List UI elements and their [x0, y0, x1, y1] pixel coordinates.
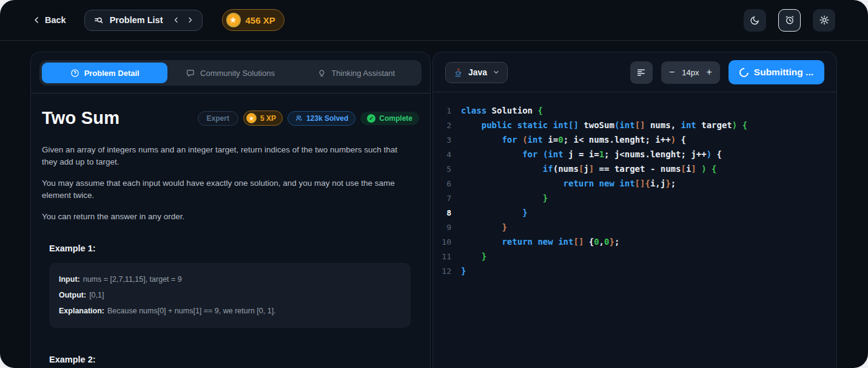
- line-number: 3: [433, 135, 461, 145]
- code-line[interactable]: 10 return new int[] {0,0};: [433, 234, 836, 249]
- xp-reward-badge: ★ 5 XP: [243, 111, 283, 126]
- code-text: for (int j = i=1; j<nums.lenght; j++) {: [461, 149, 722, 159]
- line-number: 12: [433, 267, 461, 276]
- search-list-icon: [93, 15, 104, 26]
- code-line[interactable]: 2 public static int[] twoSum(int[] nums,…: [433, 118, 836, 132]
- example-explanation-row: Explanation:Because nums[0] + nums[1] ==…: [59, 305, 401, 318]
- code-text: return new int[]{i,j};: [461, 179, 676, 188]
- example-1-section: Example 1: Input:nums = [2,7,11,15], tar…: [42, 244, 419, 328]
- format-code-button[interactable]: [630, 61, 653, 84]
- example-input-row: Input:nums = [2,7,11,15], target = 9: [59, 273, 401, 286]
- example-box: Input:nums = [2,7,11,15], target = 9 Out…: [49, 263, 411, 328]
- problem-panel: Problem Detail Community Solutions Think…: [30, 52, 431, 368]
- back-label: Back: [45, 15, 66, 25]
- font-size-value: 14px: [682, 68, 699, 77]
- line-number: 8: [433, 208, 461, 217]
- editor-toolbar: Java − 14px +: [433, 52, 836, 92]
- back-button[interactable]: Back: [33, 15, 66, 25]
- description-paragraph: Given an array of integers nums and an i…: [42, 144, 413, 168]
- line-number: 1: [433, 106, 461, 115]
- language-select[interactable]: Java: [445, 62, 508, 83]
- tab-problem-detail[interactable]: Problem Detail: [42, 63, 167, 83]
- code-line[interactable]: 5 if(nums[j] == target - nums[i] ) {: [433, 162, 836, 176]
- code-text: return new int[] {0,0};: [461, 237, 619, 247]
- difficulty-badge: Expert: [198, 111, 238, 126]
- next-problem-icon[interactable]: [186, 16, 193, 24]
- problem-description: Given an array of integers nums and an i…: [42, 144, 413, 223]
- description-paragraph: You can return the answer in any order.: [42, 211, 413, 223]
- code-line[interactable]: 1class Solution {: [433, 103, 836, 118]
- spinner-icon: [738, 66, 750, 78]
- code-text: class Solution {: [461, 106, 543, 115]
- line-number: 5: [433, 165, 461, 174]
- solved-count-badge: 123k Solved: [288, 111, 355, 126]
- problem-list-button[interactable]: Problem List: [84, 10, 203, 31]
- code-line[interactable]: 6 return new int[]{i,j};: [433, 176, 836, 191]
- description-paragraph: You may assume that each input would hav…: [42, 177, 413, 202]
- tab-bar: Problem Detail Community Solutions Think…: [39, 60, 422, 86]
- line-number: 4: [433, 150, 461, 159]
- code-line[interactable]: 4 for (int j = i=1; j<nums.lenght; j++) …: [433, 147, 836, 162]
- people-icon: [295, 114, 303, 122]
- code-line[interactable]: 12}: [433, 264, 836, 278]
- align-left-icon: [636, 67, 646, 77]
- editor-panel: Java − 14px +: [432, 52, 837, 368]
- font-size-stepper: − 14px +: [661, 61, 720, 84]
- code-text: public static int[] twoSum(int[] nums, i…: [461, 120, 747, 130]
- app-window: Back Problem List ★ 456 XP: [0, 0, 868, 368]
- line-number: 9: [433, 223, 461, 232]
- theme-toggle-button[interactable]: [744, 9, 766, 32]
- check-circle-icon: ✓: [367, 114, 375, 123]
- timer-button[interactable]: [778, 9, 801, 32]
- question-circle-icon: [70, 69, 79, 78]
- line-number: 10: [433, 237, 461, 247]
- code-text: for (int i=0; i< nums.lenght; i++) {: [461, 135, 686, 145]
- line-number: 11: [433, 252, 461, 261]
- settings-button[interactable]: [813, 9, 835, 32]
- code-line[interactable]: 8 }: [433, 205, 836, 220]
- line-number: 2: [433, 121, 461, 130]
- code-line[interactable]: 9 }: [433, 220, 836, 234]
- code-line[interactable]: 7 }: [433, 191, 836, 205]
- code-text: if(nums[j] == target - nums[i] ) {: [461, 164, 717, 174]
- code-line[interactable]: 11 }: [433, 249, 836, 264]
- problem-list-label: Problem List: [110, 15, 163, 25]
- line-number: 7: [433, 194, 461, 203]
- tab-label: Thinking Assistant: [331, 69, 395, 78]
- problem-title: Two Sum: [42, 108, 119, 128]
- java-logo-icon: [453, 67, 463, 78]
- increase-font-button[interactable]: +: [707, 67, 712, 77]
- example-heading: Example 1:: [49, 244, 419, 253]
- tab-community-solutions[interactable]: Community Solutions: [167, 63, 293, 83]
- top-header: Back Problem List ★ 456 XP: [0, 0, 868, 41]
- chat-bubble-icon: [186, 69, 195, 78]
- line-number: 6: [433, 179, 461, 188]
- chevron-down-icon: [493, 69, 500, 76]
- code-text: }: [461, 222, 507, 232]
- submit-label: Submitting ...: [754, 67, 813, 78]
- xp-total-label: 456 XP: [246, 15, 275, 26]
- lightbulb-icon: [317, 69, 326, 78]
- code-lines: 1class Solution {2 public static int[] t…: [433, 103, 836, 278]
- decrease-font-button[interactable]: −: [669, 67, 675, 77]
- coin-star-icon: ★: [226, 13, 241, 27]
- moon-icon: [750, 15, 760, 26]
- submit-button[interactable]: Submitting ...: [728, 60, 824, 84]
- complete-badge: ✓ Complete: [360, 112, 419, 125]
- prev-problem-icon[interactable]: [173, 16, 180, 24]
- gear-icon: [819, 15, 830, 26]
- example-output-row: Output:[0,1]: [59, 289, 401, 302]
- tab-label: Community Solutions: [200, 69, 275, 78]
- xp-total-badge[interactable]: ★ 456 XP: [222, 9, 284, 31]
- chevron-left-icon: [33, 16, 41, 24]
- code-text: }: [461, 208, 528, 217]
- code-editor[interactable]: 1class Solution {2 public static int[] t…: [433, 92, 836, 289]
- language-label: Java: [468, 67, 487, 77]
- alarm-clock-icon: [784, 15, 795, 26]
- tab-thinking-assistant[interactable]: Thinking Assistant: [294, 63, 419, 83]
- example-heading: Example 2:: [49, 355, 419, 364]
- example-2-section: Example 2: Input:nums = [3,2,4], target …: [42, 355, 419, 368]
- code-line[interactable]: 3 for (int i=0; i< nums.lenght; i++) {: [433, 132, 836, 147]
- code-text: }: [461, 266, 466, 276]
- code-text: }: [461, 251, 486, 261]
